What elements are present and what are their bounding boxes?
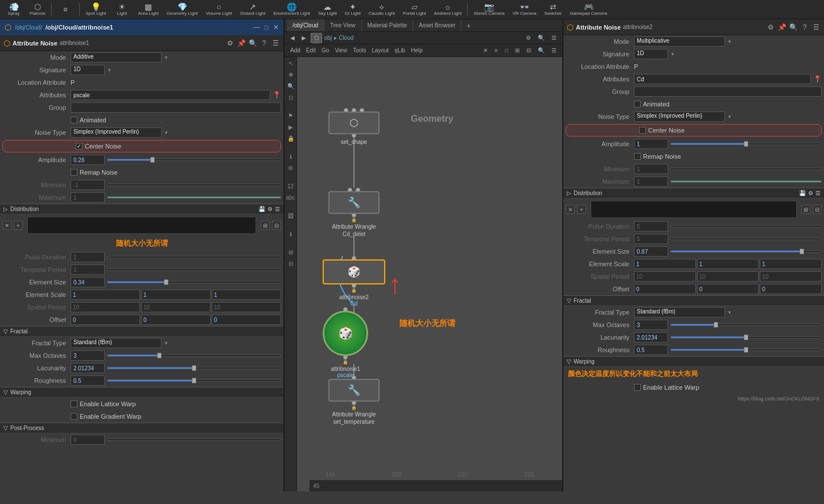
- side-grid2-btn[interactable]: ⊟: [286, 258, 296, 268]
- right-dist-expand-btn[interactable]: ⊞: [801, 205, 810, 214]
- set-shape-box[interactable]: ⬡: [328, 111, 380, 134]
- element-size-slider[interactable]: [107, 277, 281, 287]
- aw-cd-box[interactable]: 🔧: [328, 191, 380, 214]
- tab-obj-cloud[interactable]: /obj/Cloud: [287, 19, 324, 31]
- node-attr-wrangle-cd[interactable]: 🔧 🔒 Attribute Wrangle Cd_delet: [328, 188, 380, 237]
- pulse-duration-input[interactable]: [71, 252, 105, 262]
- right-distribution-header[interactable]: ▷ Distribution 💾 ⚙ ☰: [563, 188, 824, 199]
- toolbar-volume-light[interactable]: ○ Volume Light: [203, 1, 236, 18]
- right-warping-header[interactable]: ▽ Warping: [563, 356, 824, 367]
- side-info2-btn[interactable]: ℹ: [286, 229, 296, 239]
- right-signature-select[interactable]: 1D: [634, 49, 668, 59]
- close-button[interactable]: ✕: [273, 23, 279, 31]
- noise-type-select[interactable]: Simplex (Improved Perlin): [71, 127, 162, 138]
- vp-view-btn[interactable]: View: [332, 47, 349, 53]
- right-roughness-thumb[interactable]: [744, 347, 748, 353]
- vp-go-btn[interactable]: Go: [319, 47, 331, 53]
- vp-edit-btn[interactable]: Edit: [304, 47, 318, 53]
- network-canvas[interactable]: Geometry ⬡ set_shape: [297, 57, 562, 491]
- right-max-octaves-thumb[interactable]: [714, 322, 718, 328]
- dist-settings-icon[interactable]: ⚙: [267, 206, 273, 212]
- right-fractal-header[interactable]: ▽ Fractal: [563, 295, 824, 306]
- toolbar-spray[interactable]: 💨 Spray: [2, 1, 25, 18]
- vp-icon6[interactable]: 🔍: [535, 47, 547, 53]
- right-mode-select[interactable]: Multiplicative: [634, 36, 725, 47]
- side-number-btn[interactable]: 12: [286, 181, 296, 191]
- right-dist-settings-icon[interactable]: ⚙: [808, 190, 813, 196]
- right-amplitude-slider[interactable]: [670, 139, 822, 149]
- right-element-scale-y[interactable]: [697, 259, 759, 269]
- lacunarity-input[interactable]: [71, 363, 105, 373]
- temporal-slider[interactable]: [107, 265, 281, 275]
- toolbar-gi-light[interactable]: ✦ GI Light: [341, 1, 364, 18]
- node-set-shape[interactable]: ⬡ set_shape: [328, 108, 380, 145]
- path-settings-btn[interactable]: ⚙: [524, 35, 533, 41]
- fractal-type-select[interactable]: Standard (fBm): [71, 338, 162, 348]
- fractal-header[interactable]: ▽ Fractal: [0, 326, 283, 337]
- right-dist-collapse-btn[interactable]: ⊟: [813, 205, 822, 214]
- help-icon[interactable]: ?: [259, 39, 269, 48]
- lacunarity-thumb[interactable]: [192, 365, 196, 371]
- roughness-thumb[interactable]: [192, 378, 196, 383]
- right-amplitude-input[interactable]: [634, 139, 668, 149]
- lattice-warp-checkbox[interactable]: [71, 400, 77, 407]
- dist-collapse-btn[interactable]: ⊟: [272, 221, 281, 230]
- right-offset-x[interactable]: [634, 284, 696, 294]
- right-offset-y[interactable]: [697, 284, 759, 294]
- minimum-input[interactable]: [71, 180, 105, 190]
- toolbar-geometry-light[interactable]: 💎 Geometry Light: [163, 1, 201, 18]
- right-dist-add-btn[interactable]: ✕: [566, 205, 575, 214]
- right-spatial-period-x[interactable]: [634, 271, 696, 282]
- toolbar-vr-camera[interactable]: 👓 VR Camera: [509, 1, 540, 18]
- awt-box[interactable]: 🔧: [328, 379, 380, 402]
- path-search-btn[interactable]: 🔍: [535, 35, 547, 41]
- right-minimum-input[interactable]: [634, 164, 668, 174]
- search-icon[interactable]: 🔍: [248, 39, 257, 48]
- toolbar-ambient-light[interactable]: ☼ Ambient Light: [431, 1, 465, 18]
- max-octaves-slider[interactable]: [107, 350, 281, 361]
- right-attr-pin-icon[interactable]: 📍: [813, 75, 822, 83]
- right-attributes-input[interactable]: [634, 74, 811, 84]
- right-spatial-period-y[interactable]: [697, 271, 759, 282]
- right-spatial-period-z[interactable]: [760, 271, 822, 282]
- right-maximum-input[interactable]: [634, 176, 668, 187]
- spatial-period-y[interactable]: [141, 302, 211, 312]
- right-dist-save-icon[interactable]: 💾: [799, 190, 806, 196]
- right-element-scale-z[interactable]: [760, 259, 822, 269]
- temporal-period-input[interactable]: [71, 265, 105, 275]
- toolbar-switcher[interactable]: ⇄ Switcher: [541, 1, 566, 18]
- vp-layout-btn[interactable]: Layout: [369, 47, 391, 53]
- right-center-noise-checkbox[interactable]: [639, 127, 646, 134]
- side-abc-btn[interactable]: abc: [286, 192, 296, 203]
- right-element-size-input[interactable]: [634, 246, 668, 257]
- node-attribnoise1[interactable]: 🎲 🔒 attribnoise1 pscale: [323, 307, 368, 378]
- right-max-octaves-input[interactable]: [634, 320, 668, 330]
- element-scale-y[interactable]: [141, 290, 211, 300]
- roughness-input[interactable]: [71, 375, 105, 386]
- right-search-icon[interactable]: 🔍: [789, 23, 798, 32]
- toolbar-env-light[interactable]: 🌐 Environment Light: [270, 1, 313, 18]
- side-flag-btn[interactable]: ⚑: [286, 110, 296, 121]
- mode-select[interactable]: Additive: [71, 52, 162, 63]
- minimum-slider[interactable]: [107, 180, 281, 190]
- spatial-period-z[interactable]: [212, 302, 281, 312]
- right-lacunarity-slider[interactable]: [670, 332, 822, 342]
- element-size-input[interactable]: [71, 277, 105, 287]
- amplitude-slider[interactable]: [107, 155, 281, 165]
- dist-menu-icon[interactable]: ☰: [275, 206, 280, 212]
- roughness-slider[interactable]: [107, 375, 281, 386]
- dist-expand-btn[interactable]: ⊞: [261, 221, 270, 230]
- side-select-btn[interactable]: ↖: [286, 58, 296, 68]
- max-octaves-thumb[interactable]: [157, 353, 162, 358]
- right-fractal-type-select[interactable]: Standard (fBm): [634, 307, 725, 317]
- gradient-warp-checkbox[interactable]: [71, 413, 77, 420]
- right-settings-icon[interactable]: ⚙: [766, 23, 775, 32]
- max-octaves-input[interactable]: [71, 350, 105, 361]
- side-render-btn[interactable]: ▶: [286, 122, 296, 132]
- toolbar-stereo-camera[interactable]: 📷 Stereo Camera: [470, 1, 508, 18]
- right-remap-noise-checkbox[interactable]: [634, 153, 641, 160]
- nav-fwd-btn[interactable]: ▶: [299, 35, 308, 41]
- toolbar-platonic[interactable]: ⬡ Platonic: [26, 1, 49, 18]
- right-element-size-slider[interactable]: [670, 246, 822, 257]
- toolbar-sky-light[interactable]: ☁ Sky Light: [315, 1, 340, 18]
